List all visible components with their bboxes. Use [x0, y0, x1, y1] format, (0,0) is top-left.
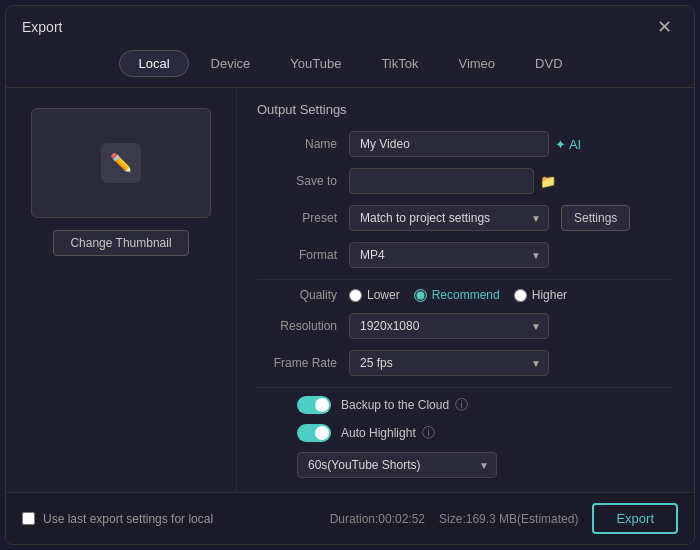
- resolution-select[interactable]: 1920x1080: [349, 313, 549, 339]
- tab-vimeo[interactable]: Vimeo: [440, 50, 513, 77]
- close-button[interactable]: ✕: [651, 16, 678, 38]
- tab-tiktok[interactable]: TikTok: [363, 50, 436, 77]
- title-bar: Export ✕: [6, 6, 694, 46]
- frame-rate-row: Frame Rate 25 fps ▼: [257, 350, 674, 376]
- format-label: Format: [257, 248, 337, 262]
- export-button[interactable]: Export: [592, 503, 678, 534]
- name-row: Name ✦ AI: [257, 131, 674, 157]
- quality-higher-radio[interactable]: [514, 289, 527, 302]
- thumbnail-preview: ✏️: [31, 108, 211, 218]
- ai-icon[interactable]: ✦ AI: [555, 137, 581, 152]
- highlight-duration-select-wrapper: 60s(YouTube Shorts) ▼: [297, 452, 497, 478]
- name-input-row: ✦ AI: [349, 131, 581, 157]
- footer-right: Duration:00:02:52 Size:169.3 MB(Estimate…: [330, 503, 678, 534]
- export-dialog: Export ✕ Local Device YouTube TikTok Vim…: [5, 5, 695, 545]
- use-last-settings-checkbox[interactable]: [22, 512, 35, 525]
- save-to-label: Save to: [257, 174, 337, 188]
- preset-select[interactable]: Match to project settings: [349, 205, 549, 231]
- use-last-settings-label: Use last export settings for local: [43, 512, 213, 526]
- main-content: ✏️ Change Thumbnail Output Settings Name…: [6, 88, 694, 492]
- backup-label: Backup to the Cloud: [341, 398, 449, 412]
- quality-lower-option[interactable]: Lower: [349, 288, 400, 302]
- pencil-icon: ✏️: [101, 143, 141, 183]
- tab-device[interactable]: Device: [193, 50, 269, 77]
- settings-button[interactable]: Settings: [561, 205, 630, 231]
- auto-highlight-info-icon[interactable]: ⓘ: [422, 424, 435, 442]
- quality-higher-option[interactable]: Higher: [514, 288, 567, 302]
- quality-options: Lower Recommend Higher: [349, 288, 567, 302]
- size-info: Size:169.3 MB(Estimated): [439, 512, 578, 526]
- quality-recommend-label: Recommend: [432, 288, 500, 302]
- frame-rate-select-wrapper: 25 fps ▼: [349, 350, 549, 376]
- resolution-select-wrapper: 1920x1080 ▼: [349, 313, 549, 339]
- save-to-input-row: 📁: [349, 168, 556, 194]
- preset-row: Preset Match to project settings ▼ Setti…: [257, 205, 674, 231]
- quality-lower-label: Lower: [367, 288, 400, 302]
- right-panel: Output Settings Name ✦ AI Save to 📁 Pr: [236, 88, 694, 492]
- divider-1: [257, 279, 674, 280]
- footer-left: Use last export settings for local: [22, 512, 213, 526]
- left-panel: ✏️ Change Thumbnail: [6, 88, 236, 492]
- duration-info: Duration:00:02:52: [330, 512, 425, 526]
- highlight-duration-row: 60s(YouTube Shorts) ▼: [257, 452, 674, 478]
- format-select-wrapper: MP4 ▼: [349, 242, 549, 268]
- auto-highlight-label: Auto Highlight: [341, 426, 416, 440]
- preset-input-row: Match to project settings ▼ Settings: [349, 205, 630, 231]
- divider-2: [257, 387, 674, 388]
- preset-select-wrapper: Match to project settings ▼: [349, 205, 549, 231]
- format-row: Format MP4 ▼: [257, 242, 674, 268]
- quality-lower-radio[interactable]: [349, 289, 362, 302]
- auto-highlight-toggle-row: Auto Highlight ⓘ: [257, 424, 674, 442]
- folder-icon[interactable]: 📁: [540, 174, 556, 189]
- change-thumbnail-button[interactable]: Change Thumbnail: [53, 230, 188, 256]
- backup-toggle-row: Backup to the Cloud ⓘ: [257, 396, 674, 414]
- tab-youtube[interactable]: YouTube: [272, 50, 359, 77]
- tab-dvd[interactable]: DVD: [517, 50, 580, 77]
- section-title: Output Settings: [257, 102, 674, 117]
- backup-info-icon[interactable]: ⓘ: [455, 396, 468, 414]
- backup-toggle[interactable]: [297, 396, 331, 414]
- footer: Use last export settings for local Durat…: [6, 492, 694, 544]
- name-input[interactable]: [349, 131, 549, 157]
- auto-highlight-toggle[interactable]: [297, 424, 331, 442]
- save-to-input[interactable]: [349, 168, 534, 194]
- tab-bar: Local Device YouTube TikTok Vimeo DVD: [6, 46, 694, 88]
- preset-label: Preset: [257, 211, 337, 225]
- frame-rate-select[interactable]: 25 fps: [349, 350, 549, 376]
- quality-recommend-radio[interactable]: [414, 289, 427, 302]
- format-select[interactable]: MP4: [349, 242, 549, 268]
- quality-higher-label: Higher: [532, 288, 567, 302]
- highlight-duration-select[interactable]: 60s(YouTube Shorts): [297, 452, 497, 478]
- quality-label: Quality: [257, 288, 337, 302]
- quality-recommend-option[interactable]: Recommend: [414, 288, 500, 302]
- dialog-title: Export: [22, 19, 62, 35]
- name-label: Name: [257, 137, 337, 151]
- resolution-row: Resolution 1920x1080 ▼: [257, 313, 674, 339]
- tab-local[interactable]: Local: [119, 50, 188, 77]
- save-to-row: Save to 📁: [257, 168, 674, 194]
- frame-rate-label: Frame Rate: [257, 356, 337, 370]
- quality-row: Quality Lower Recommend Higher: [257, 288, 674, 302]
- resolution-label: Resolution: [257, 319, 337, 333]
